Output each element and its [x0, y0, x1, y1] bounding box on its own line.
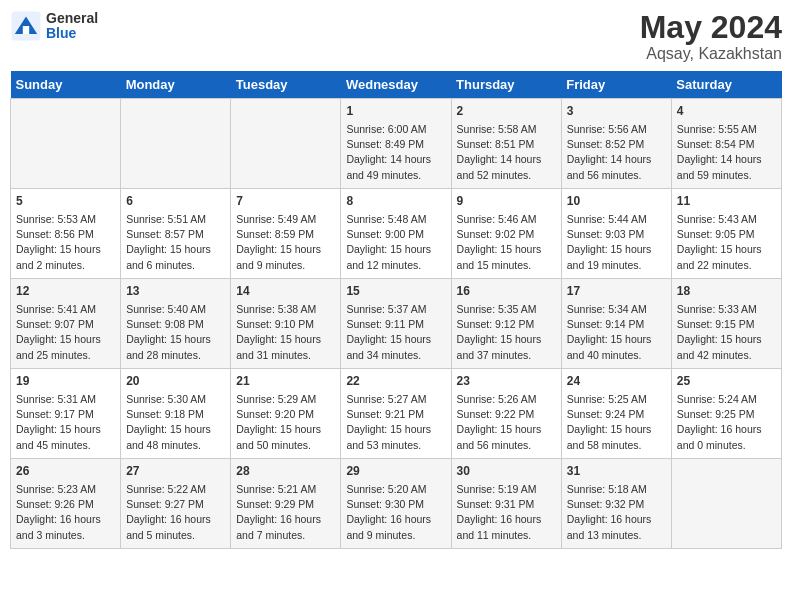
calendar-cell: 29Sunrise: 5:20 AM Sunset: 9:30 PM Dayli… — [341, 459, 451, 549]
day-info: Sunrise: 5:26 AM Sunset: 9:22 PM Dayligh… — [457, 392, 556, 453]
day-number: 1 — [346, 103, 445, 120]
day-info: Sunrise: 5:53 AM Sunset: 8:56 PM Dayligh… — [16, 212, 115, 273]
day-info: Sunrise: 5:22 AM Sunset: 9:27 PM Dayligh… — [126, 482, 225, 543]
day-info: Sunrise: 5:49 AM Sunset: 8:59 PM Dayligh… — [236, 212, 335, 273]
day-info: Sunrise: 5:29 AM Sunset: 9:20 PM Dayligh… — [236, 392, 335, 453]
calendar-cell: 12Sunrise: 5:41 AM Sunset: 9:07 PM Dayli… — [11, 279, 121, 369]
day-number: 8 — [346, 193, 445, 210]
day-info: Sunrise: 6:00 AM Sunset: 8:49 PM Dayligh… — [346, 122, 445, 183]
logo-general-text: General — [46, 11, 98, 26]
calendar-cell: 28Sunrise: 5:21 AM Sunset: 9:29 PM Dayli… — [231, 459, 341, 549]
calendar-cell: 6Sunrise: 5:51 AM Sunset: 8:57 PM Daylig… — [121, 189, 231, 279]
calendar-cell: 20Sunrise: 5:30 AM Sunset: 9:18 PM Dayli… — [121, 369, 231, 459]
calendar-cell: 3Sunrise: 5:56 AM Sunset: 8:52 PM Daylig… — [561, 99, 671, 189]
calendar-cell: 2Sunrise: 5:58 AM Sunset: 8:51 PM Daylig… — [451, 99, 561, 189]
weekday-header-wednesday: Wednesday — [341, 71, 451, 99]
weekday-header-row: SundayMondayTuesdayWednesdayThursdayFrid… — [11, 71, 782, 99]
day-info: Sunrise: 5:37 AM Sunset: 9:11 PM Dayligh… — [346, 302, 445, 363]
day-number: 11 — [677, 193, 776, 210]
calendar-cell: 19Sunrise: 5:31 AM Sunset: 9:17 PM Dayli… — [11, 369, 121, 459]
calendar-cell: 4Sunrise: 5:55 AM Sunset: 8:54 PM Daylig… — [671, 99, 781, 189]
day-number: 12 — [16, 283, 115, 300]
logo: General Blue — [10, 10, 98, 42]
day-number: 20 — [126, 373, 225, 390]
calendar-cell: 26Sunrise: 5:23 AM Sunset: 9:26 PM Dayli… — [11, 459, 121, 549]
day-number: 9 — [457, 193, 556, 210]
day-number: 14 — [236, 283, 335, 300]
day-number: 21 — [236, 373, 335, 390]
calendar-cell: 10Sunrise: 5:44 AM Sunset: 9:03 PM Dayli… — [561, 189, 671, 279]
calendar-cell: 7Sunrise: 5:49 AM Sunset: 8:59 PM Daylig… — [231, 189, 341, 279]
day-info: Sunrise: 5:38 AM Sunset: 9:10 PM Dayligh… — [236, 302, 335, 363]
day-info: Sunrise: 5:43 AM Sunset: 9:05 PM Dayligh… — [677, 212, 776, 273]
day-info: Sunrise: 5:40 AM Sunset: 9:08 PM Dayligh… — [126, 302, 225, 363]
page: General Blue May 2024 Aqsay, Kazakhstan … — [0, 0, 792, 559]
day-info: Sunrise: 5:24 AM Sunset: 9:25 PM Dayligh… — [677, 392, 776, 453]
day-info: Sunrise: 5:18 AM Sunset: 9:32 PM Dayligh… — [567, 482, 666, 543]
day-number: 2 — [457, 103, 556, 120]
logo-icon — [10, 10, 42, 42]
calendar-week-row: 26Sunrise: 5:23 AM Sunset: 9:26 PM Dayli… — [11, 459, 782, 549]
day-info: Sunrise: 5:33 AM Sunset: 9:15 PM Dayligh… — [677, 302, 776, 363]
day-info: Sunrise: 5:48 AM Sunset: 9:00 PM Dayligh… — [346, 212, 445, 273]
day-number: 30 — [457, 463, 556, 480]
calendar-cell: 30Sunrise: 5:19 AM Sunset: 9:31 PM Dayli… — [451, 459, 561, 549]
day-number: 16 — [457, 283, 556, 300]
calendar-cell: 21Sunrise: 5:29 AM Sunset: 9:20 PM Dayli… — [231, 369, 341, 459]
day-info: Sunrise: 5:46 AM Sunset: 9:02 PM Dayligh… — [457, 212, 556, 273]
day-info: Sunrise: 5:27 AM Sunset: 9:21 PM Dayligh… — [346, 392, 445, 453]
svg-rect-2 — [23, 26, 29, 34]
day-number: 31 — [567, 463, 666, 480]
title-block: May 2024 Aqsay, Kazakhstan — [640, 10, 782, 63]
day-info: Sunrise: 5:56 AM Sunset: 8:52 PM Dayligh… — [567, 122, 666, 183]
day-number: 7 — [236, 193, 335, 210]
weekday-header-friday: Friday — [561, 71, 671, 99]
calendar-cell — [671, 459, 781, 549]
day-number: 19 — [16, 373, 115, 390]
day-number: 17 — [567, 283, 666, 300]
calendar-title: May 2024 — [640, 10, 782, 45]
day-info: Sunrise: 5:58 AM Sunset: 8:51 PM Dayligh… — [457, 122, 556, 183]
day-number: 18 — [677, 283, 776, 300]
calendar-table: SundayMondayTuesdayWednesdayThursdayFrid… — [10, 71, 782, 549]
calendar-cell: 11Sunrise: 5:43 AM Sunset: 9:05 PM Dayli… — [671, 189, 781, 279]
day-info: Sunrise: 5:41 AM Sunset: 9:07 PM Dayligh… — [16, 302, 115, 363]
day-info: Sunrise: 5:31 AM Sunset: 9:17 PM Dayligh… — [16, 392, 115, 453]
day-number: 4 — [677, 103, 776, 120]
calendar-subtitle: Aqsay, Kazakhstan — [640, 45, 782, 63]
calendar-week-row: 19Sunrise: 5:31 AM Sunset: 9:17 PM Dayli… — [11, 369, 782, 459]
day-number: 5 — [16, 193, 115, 210]
day-info: Sunrise: 5:44 AM Sunset: 9:03 PM Dayligh… — [567, 212, 666, 273]
calendar-cell: 18Sunrise: 5:33 AM Sunset: 9:15 PM Dayli… — [671, 279, 781, 369]
calendar-cell: 16Sunrise: 5:35 AM Sunset: 9:12 PM Dayli… — [451, 279, 561, 369]
weekday-header-thursday: Thursday — [451, 71, 561, 99]
day-info: Sunrise: 5:23 AM Sunset: 9:26 PM Dayligh… — [16, 482, 115, 543]
calendar-cell: 8Sunrise: 5:48 AM Sunset: 9:00 PM Daylig… — [341, 189, 451, 279]
calendar-cell: 17Sunrise: 5:34 AM Sunset: 9:14 PM Dayli… — [561, 279, 671, 369]
day-number: 15 — [346, 283, 445, 300]
day-number: 13 — [126, 283, 225, 300]
calendar-week-row: 5Sunrise: 5:53 AM Sunset: 8:56 PM Daylig… — [11, 189, 782, 279]
day-info: Sunrise: 5:21 AM Sunset: 9:29 PM Dayligh… — [236, 482, 335, 543]
calendar-cell: 31Sunrise: 5:18 AM Sunset: 9:32 PM Dayli… — [561, 459, 671, 549]
calendar-week-row: 1Sunrise: 6:00 AM Sunset: 8:49 PM Daylig… — [11, 99, 782, 189]
day-number: 3 — [567, 103, 666, 120]
calendar-cell: 1Sunrise: 6:00 AM Sunset: 8:49 PM Daylig… — [341, 99, 451, 189]
day-number: 22 — [346, 373, 445, 390]
day-number: 26 — [16, 463, 115, 480]
weekday-header-tuesday: Tuesday — [231, 71, 341, 99]
day-info: Sunrise: 5:55 AM Sunset: 8:54 PM Dayligh… — [677, 122, 776, 183]
header: General Blue May 2024 Aqsay, Kazakhstan — [10, 10, 782, 63]
calendar-cell: 23Sunrise: 5:26 AM Sunset: 9:22 PM Dayli… — [451, 369, 561, 459]
weekday-header-sunday: Sunday — [11, 71, 121, 99]
calendar-cell: 24Sunrise: 5:25 AM Sunset: 9:24 PM Dayli… — [561, 369, 671, 459]
calendar-cell: 14Sunrise: 5:38 AM Sunset: 9:10 PM Dayli… — [231, 279, 341, 369]
day-info: Sunrise: 5:35 AM Sunset: 9:12 PM Dayligh… — [457, 302, 556, 363]
calendar-cell — [231, 99, 341, 189]
day-number: 10 — [567, 193, 666, 210]
calendar-cell: 15Sunrise: 5:37 AM Sunset: 9:11 PM Dayli… — [341, 279, 451, 369]
weekday-header-monday: Monday — [121, 71, 231, 99]
day-info: Sunrise: 5:51 AM Sunset: 8:57 PM Dayligh… — [126, 212, 225, 273]
day-number: 28 — [236, 463, 335, 480]
day-info: Sunrise: 5:34 AM Sunset: 9:14 PM Dayligh… — [567, 302, 666, 363]
